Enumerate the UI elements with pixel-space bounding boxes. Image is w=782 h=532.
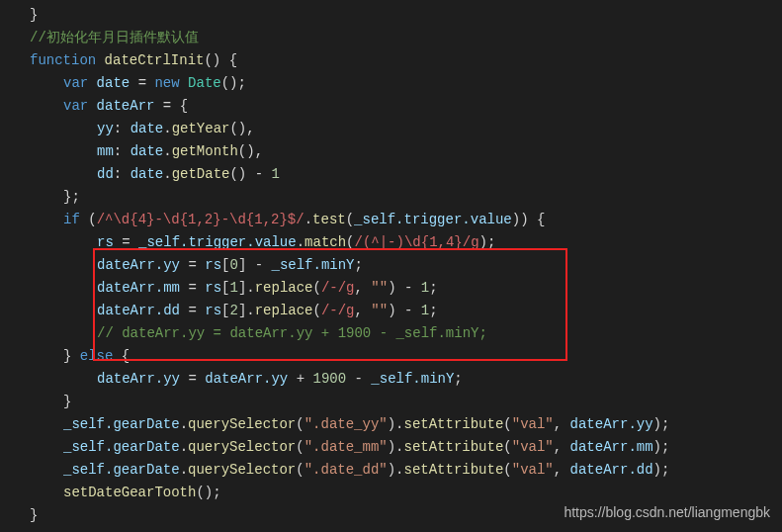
code-line: rs = _self.trigger.value.match(/(^|-)\d{… (30, 231, 782, 254)
code-editor[interactable]: } //初始化年月日插件默认值 function dateCtrlInit() … (0, 0, 782, 527)
code-line: //初始化年月日插件默认值 (30, 27, 782, 49)
code-line: dateArr.yy = dateArr.yy + 1900 - _self.m… (30, 368, 782, 391)
code-line: } (30, 4, 782, 27)
code-line: if (/^\d{4}-\d{1,2}-\d{1,2}$/.test(_self… (30, 209, 782, 231)
code-line: _self.gearDate.querySelector(".date_mm")… (30, 436, 782, 459)
code-line: dateArr.dd = rs[2].replace(/-/g, "") - 1… (30, 300, 782, 322)
code-line: function dateCtrlInit() { (30, 49, 782, 72)
code-line: // dateArr.yy = dateArr.yy + 1900 - _sel… (30, 322, 782, 345)
code-line: }; (30, 186, 782, 209)
code-line: dd: date.getDate() - 1 (30, 163, 782, 186)
code-line: dateArr.mm = rs[1].replace(/-/g, "") - 1… (30, 277, 782, 300)
code-line: dateArr.yy = rs[0] - _self.minY; (30, 254, 782, 277)
code-line: } (30, 391, 782, 413)
watermark-text: https://blog.csdn.net/liangmengbk (564, 501, 770, 524)
code-line: _self.gearDate.querySelector(".date_dd")… (30, 459, 782, 482)
code-line: var date = new Date(); (30, 72, 782, 95)
code-line: yy: date.getYear(), (30, 118, 782, 140)
code-line: } else { (30, 345, 782, 368)
code-line: mm: date.getMonth(), (30, 140, 782, 163)
code-line: _self.gearDate.querySelector(".date_yy")… (30, 413, 782, 436)
code-line: var dateArr = { (30, 95, 782, 118)
